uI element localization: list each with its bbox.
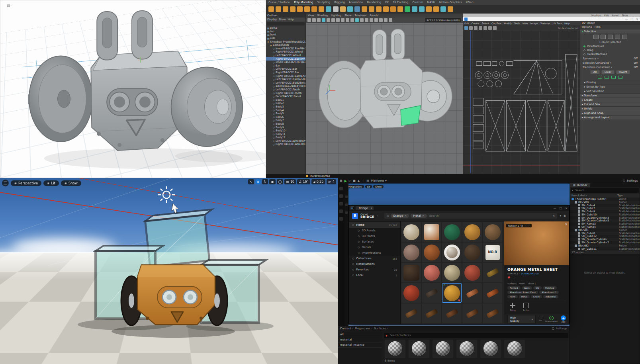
uv-canvas[interactable] (463, 31, 580, 174)
material-tile[interactable] (483, 222, 502, 242)
outliner-row[interactable]: RightFB4GCD1Tooth (266, 91, 305, 95)
shelf-icon[interactable] (448, 6, 453, 12)
shelf-tab[interactable]: Curve / Surface (268, 1, 290, 4)
material-preview[interactable]: Render 1 / 8 ‹ › × (504, 221, 569, 265)
outliner-row[interactable]: Body3 (266, 105, 305, 109)
uv-menu[interactable]: Textures (540, 22, 550, 25)
viewport-tool-icon[interactable] (317, 18, 321, 22)
bridge-sidebar-item[interactable]: ◇ Surfaces (349, 239, 400, 245)
viewport-mode-pill[interactable]: Show (373, 185, 384, 188)
outliner-menu[interactable]: Show (279, 18, 286, 21)
bridge-sidebar-item[interactable]: ◇ Decals (349, 245, 400, 250)
selection-mode-option[interactable]: Tweak/Marquee (580, 52, 640, 56)
more-options-icon[interactable]: ⋮ (513, 276, 516, 280)
download-settings-icon[interactable] (539, 318, 542, 321)
rotate-tool[interactable]: ↻ (262, 179, 268, 184)
search-clear-icon[interactable]: × (553, 214, 555, 217)
outliner-row[interactable]: Body1 (266, 98, 305, 102)
outliner-row[interactable]: sideFB4GCD1BodyFB4GCD1 (266, 84, 305, 88)
material-tag[interactable]: Industrial (543, 295, 558, 298)
viewport-menu-icon[interactable] (2, 180, 9, 186)
content-search[interactable]: ▼ (384, 333, 568, 338)
uv-window-buttons[interactable]: —□× (625, 18, 639, 21)
strip-icon[interactable] (345, 211, 348, 214)
material-tag[interactable]: Sheet (531, 295, 542, 298)
material-tag[interactable]: Painted (507, 286, 521, 290)
material-breadcrumb-item[interactable]: Sheet | (528, 282, 536, 285)
material-tile[interactable] (483, 263, 502, 282)
content-search-input[interactable] (389, 333, 521, 337)
shelf-icon[interactable] (333, 6, 339, 12)
material-tile[interactable] (442, 324, 462, 324)
material-breadcrumb-item[interactable]: Metal | (519, 282, 526, 285)
uv-titlebar[interactable]: —□× (463, 17, 640, 21)
bridge-sidebar-item[interactable]: ◇ MetaHumans (349, 261, 400, 267)
edge-select-icon[interactable] (601, 35, 606, 39)
viewport-tool-icon[interactable] (307, 18, 311, 22)
breadcrumb-item[interactable]: Content › (340, 327, 353, 330)
outliner-row[interactable]: Body8 (266, 122, 305, 126)
selection-button[interactable]: All (590, 70, 600, 74)
bridge-search-input[interactable] (429, 214, 551, 218)
outliner-search[interactable] (267, 22, 305, 25)
shelf-icon[interactable] (390, 6, 396, 12)
strip-icon[interactable] (345, 196, 348, 198)
island-select-icon[interactable] (622, 35, 627, 39)
outliner-row[interactable]: Components (266, 43, 305, 47)
shelf-icon[interactable] (304, 6, 310, 12)
stop-icon[interactable]: ■ (353, 179, 356, 182)
shelf-icon[interactable] (419, 6, 425, 12)
viewport-tool-icon[interactable] (355, 18, 359, 22)
shelf-tab[interactable]: Animation (349, 1, 363, 4)
outliner-row[interactable]: SM_Cube4 StaticMeshActor (570, 204, 640, 207)
viewport-tool-icon[interactable] (322, 18, 325, 22)
shelf-icon[interactable] (354, 6, 360, 12)
shelf-icon[interactable] (412, 6, 417, 12)
search-filter-chip[interactable]: Orange× (391, 214, 409, 218)
shelf-icon[interactable] (426, 6, 432, 12)
shelf-icon[interactable] (311, 6, 317, 12)
shelf-icon[interactable] (397, 6, 403, 12)
outliner-row[interactable]: Body2 (266, 102, 305, 105)
material-tile[interactable] (422, 243, 441, 262)
material-asset[interactable] (456, 340, 477, 358)
bridge-sidebar-item[interactable]: ◇ Collections 183 (349, 256, 400, 261)
outliner-row[interactable]: SM_Ramp4 StaticMeshActor (570, 225, 640, 229)
bridge-sidebar-item[interactable]: ◇ 3D Plants (349, 233, 400, 239)
material-tile[interactable] (462, 263, 482, 282)
material-tile[interactable] (401, 263, 421, 282)
outliner-row[interactable]: RightFB4GCD1EarHandle (266, 74, 305, 78)
bridge-sidebar-item[interactable]: ◇ Imperfections (349, 250, 400, 256)
outliner-menu[interactable]: Help (288, 18, 294, 21)
camera-speed[interactable]: ≫4 (327, 179, 336, 184)
constraint-value[interactable]: Off (634, 61, 638, 65)
material-tag[interactable]: Paint (507, 295, 518, 298)
bridge-window-buttons[interactable]: —□× (554, 207, 568, 210)
material-tile[interactable]: NO.8 (483, 243, 502, 262)
bridge-sidebar-item[interactable]: ◇ Favorites 22 (349, 267, 400, 272)
viewport-menu[interactable]: Renderer (355, 14, 367, 17)
material-tile[interactable] (462, 222, 482, 242)
account-icon[interactable]: ◉ (564, 214, 566, 217)
uv-tool-icon[interactable] (479, 26, 482, 30)
constraint-row[interactable]: Transform Constraint ▾ Off (580, 65, 640, 69)
details-close-icon[interactable]: × (565, 223, 568, 226)
select-tool[interactable]: ↖ (248, 179, 254, 184)
constraint-row[interactable]: Selection Constraint ▾ Off (580, 61, 640, 65)
material-tag[interactable]: Abandoned S (539, 291, 559, 294)
uv-tool-icon[interactable] (493, 26, 497, 30)
breadcrumb-item[interactable]: Megascans › (355, 327, 372, 330)
search-filter-chip[interactable]: Metal× (411, 214, 427, 218)
viewport-mode-pill[interactable]: Lit (365, 185, 372, 188)
outliner-row[interactable]: ThirdPersonMap (Editor) World (570, 198, 640, 201)
material-tile[interactable] (442, 222, 462, 242)
column-item-label[interactable]: Item Label (571, 194, 585, 197)
toolkit-section[interactable]: ▸ Cut and Sew (580, 102, 640, 106)
material-tile[interactable] (422, 283, 441, 303)
outliner-row[interactable]: LeftFB4GCD1BodyBolts (266, 81, 305, 85)
scale-snap[interactable]: ◢0.25 (311, 179, 325, 184)
breadcrumb-item[interactable]: Surfaces › (374, 327, 388, 330)
uv-menu[interactable]: Tools (514, 22, 520, 25)
toolkit-section[interactable]: ▸ Create (580, 98, 640, 102)
uv-menu[interactable]: Create (472, 22, 480, 25)
